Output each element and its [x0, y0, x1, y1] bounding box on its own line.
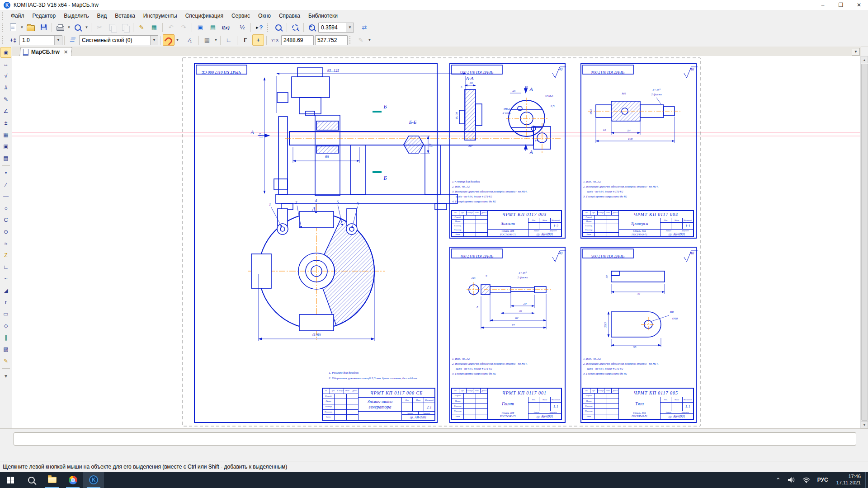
geometry-tool-button[interactable]: ◉ — [0, 47, 11, 58]
variables-fx-button[interactable]: f(x) — [220, 22, 231, 33]
menu-вид[interactable]: Вид — [93, 11, 111, 20]
menu-сервис[interactable]: Сервис — [227, 11, 254, 20]
layer-combo[interactable]: Системный слой (0) ▼ — [79, 35, 158, 45]
round-off-button[interactable]: + — [252, 34, 264, 46]
continuous-input-tool-button[interactable]: ≈ — [0, 238, 11, 249]
ortho-mode-button[interactable]: Г — [240, 34, 251, 46]
context-help-button[interactable]: ►? — [253, 22, 265, 33]
collapse-tool-button[interactable]: ▾ — [0, 371, 11, 381]
copy-button[interactable] — [106, 22, 118, 33]
coordinates-button[interactable]: Y↑X — [269, 34, 281, 46]
taskbar-chrome-button[interactable] — [62, 472, 83, 488]
taskbar-clock[interactable]: 17:46 17.11.2021 — [836, 474, 861, 486]
point-tool-button[interactable]: • — [0, 168, 11, 178]
zoom-by-page-button[interactable] — [273, 22, 284, 33]
show-desktop-button[interactable] — [865, 472, 868, 488]
designations-psp-tool-button[interactable]: # — [0, 82, 11, 93]
menu-редактор[interactable]: Редактор — [28, 11, 60, 20]
taskbar-explorer-button[interactable] — [42, 472, 62, 488]
menu-справка[interactable]: Справка — [275, 11, 304, 20]
snap-settings-button[interactable] — [163, 34, 175, 46]
vertical-scrollbar[interactable]: ▲ ▼ — [860, 56, 868, 428]
chamfer-tool-button[interactable]: ◢ — [0, 285, 11, 296]
new-document-button[interactable] — [7, 22, 19, 33]
insert-tool-button[interactable]: ▤ — [0, 153, 11, 164]
rectangle-tool-button[interactable]: ▭ — [0, 309, 11, 319]
start-button[interactable] — [0, 472, 21, 488]
paste-button[interactable] — [119, 22, 131, 33]
angle-snap-button[interactable]: ∕₁ — [184, 34, 196, 46]
editing-tool-button[interactable]: ✎ — [0, 94, 11, 105]
zoom-by-area-button[interactable] — [289, 22, 301, 33]
selection-tool-button[interactable]: ▦ — [0, 129, 11, 140]
style-brush-tool-button[interactable]: ✎ — [0, 356, 11, 366]
ellipse-tool-button[interactable]: ⊙ — [0, 226, 11, 237]
designations-tool-button[interactable]: √ — [0, 70, 11, 81]
print-dropdown[interactable]: ▼ — [66, 22, 71, 33]
undo-button[interactable]: ↶ — [165, 22, 177, 33]
arc-tool-button[interactable]: C — [0, 215, 11, 225]
local-cs-button[interactable]: ∟ — [223, 34, 235, 46]
views-tool-button[interactable]: ▣ — [0, 141, 11, 152]
preview-dropdown[interactable]: ▼ — [84, 22, 89, 33]
volume-icon[interactable] — [788, 477, 795, 483]
language-indicator[interactable]: РУС — [817, 477, 828, 483]
dimensions-tool-button[interactable]: ↔ — [0, 59, 11, 70]
coordinate-x-field[interactable]: 2488.69 — [281, 35, 314, 45]
assembly-circular-view[interactable] — [251, 209, 374, 331]
snap-dropdown[interactable]: ▼ — [175, 35, 180, 45]
parametrization-tool-button[interactable]: ∠ — [0, 106, 11, 117]
zoom-in-button[interactable]: + — [306, 22, 318, 33]
grid-button[interactable]: ▦ — [201, 34, 213, 46]
coordinate-y-field[interactable]: 527.752 — [315, 35, 348, 45]
combo-arrow-icon[interactable]: ▼ — [54, 36, 62, 45]
drawing-canvas[interactable]: ЧРМТ КП 0117 000 СБ85...12511780АБББ-Б17… — [12, 56, 861, 428]
minimize-button[interactable]: – — [814, 0, 832, 10]
show-document-button[interactable]: ▤ — [207, 22, 219, 33]
section-bb-view[interactable] — [404, 136, 424, 153]
step-combo[interactable]: 1.0 ▼ — [19, 35, 62, 45]
layers-button[interactable]: ☰ — [67, 34, 79, 46]
cut-button[interactable]: ✂ — [94, 22, 105, 33]
window-layout-button[interactable]: ▣ — [194, 22, 206, 33]
message-input-strip[interactable] — [14, 432, 856, 446]
bezier-tool-button[interactable]: ~ — [0, 273, 11, 284]
polyline-tool-button[interactable]: ∟ — [0, 262, 11, 272]
refresh-view-button[interactable]: ⇄ — [359, 22, 370, 33]
circle-tool-button[interactable]: ○ — [0, 203, 11, 214]
segment-tool-button[interactable]: — — [0, 191, 11, 202]
redo-button[interactable]: ↷ — [178, 22, 189, 33]
drawing-sheet[interactable]: ЧРМТ КП 0117 000 СБ85...12511780АБББ-Б17… — [12, 56, 861, 428]
combo-arrow-icon[interactable]: ▼ — [150, 36, 158, 45]
maximize-button[interactable]: ❐ — [832, 0, 850, 10]
scrollbar-thumb[interactable] — [861, 64, 868, 421]
document-tab[interactable]: МарСБ.frw ✕ — [19, 47, 72, 56]
menu-инструменты[interactable]: Инструменты — [139, 11, 181, 20]
style-disabled-button[interactable]: ✎ — [355, 34, 367, 46]
current-step-button[interactable]: +‡ — [7, 34, 19, 46]
print-preview-button[interactable] — [72, 22, 84, 33]
menu-окно[interactable]: Окно — [254, 11, 275, 20]
polygon-tool-button[interactable]: ◇ — [0, 320, 11, 331]
menu-выделить[interactable]: Выделить — [60, 11, 93, 20]
taskbar-kompas-button[interactable]: K — [83, 472, 104, 488]
part-tyaga-views[interactable] — [611, 271, 665, 337]
lightning-curve-tool-button[interactable]: Z — [0, 250, 11, 261]
tab-list-button[interactable]: ▼ — [852, 48, 860, 56]
spreadsheet-button[interactable]: ▦ — [148, 22, 160, 33]
menu-файл[interactable]: Файл — [7, 11, 28, 20]
menu-библиотеки[interactable]: Библиотеки — [304, 11, 342, 20]
open-button[interactable] — [25, 22, 37, 33]
menu-спецификация[interactable]: Спецификация — [181, 11, 227, 20]
close-button[interactable]: ✕ — [850, 0, 868, 10]
new-document-dropdown[interactable]: ▼ — [19, 22, 24, 33]
numbering-button[interactable]: ½ — [236, 22, 248, 33]
tab-close-icon[interactable]: ✕ — [64, 49, 68, 55]
scroll-up-icon[interactable]: ▲ — [861, 56, 868, 63]
save-button[interactable] — [38, 22, 49, 33]
combo-arrow-icon[interactable]: ▼ — [346, 23, 354, 32]
wifi-icon[interactable] — [802, 477, 810, 483]
aux-line-tool-button[interactable]: ∕ — [0, 179, 11, 190]
hidden-icons-chevron[interactable]: ⌃ — [776, 477, 781, 483]
print-button[interactable] — [54, 22, 66, 33]
